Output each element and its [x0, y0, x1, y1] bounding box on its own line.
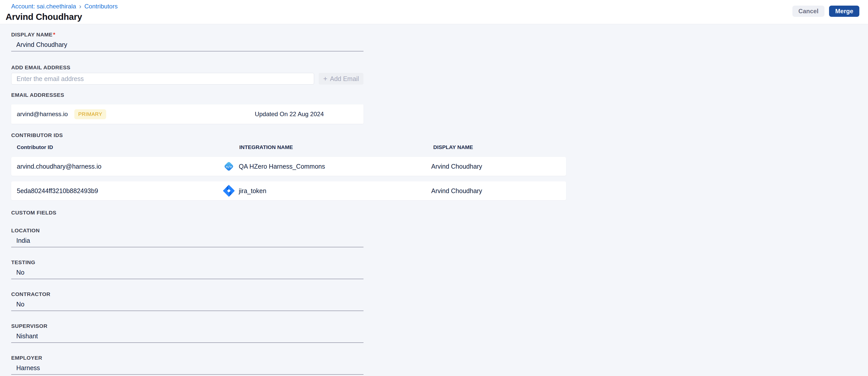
- header-actions: Cancel Merge: [793, 3, 859, 17]
- add-email-label: ADD EMAIL ADDRESS: [11, 65, 868, 70]
- merge-button[interactable]: Merge: [829, 6, 859, 17]
- contractor-input[interactable]: [11, 297, 364, 311]
- code-integration-icon: </>: [223, 161, 235, 172]
- supervisor-input[interactable]: [11, 329, 364, 343]
- testing-label: TESTING: [11, 260, 364, 265]
- custom-field-supervisor: SUPERVISOR: [11, 323, 364, 343]
- custom-field-employer: EMPLOYER: [11, 355, 364, 375]
- email-address-row: arvind@harness.io PRIMARY Updated On 22 …: [11, 105, 364, 124]
- location-label: LOCATION: [11, 228, 364, 233]
- column-header-integration-name: INTEGRATION NAME: [223, 144, 430, 150]
- employer-input[interactable]: [11, 361, 364, 375]
- add-email-button[interactable]: + Add Email: [319, 73, 364, 85]
- display-name-input[interactable]: [11, 37, 364, 52]
- cell-display-name: Arvind Choudhary: [430, 187, 566, 195]
- header-left: Account: sai.cheethirala › Contributors …: [6, 3, 118, 22]
- table-row: 5eda80244ff3210b882493b9: [11, 181, 566, 200]
- custom-field-location: LOCATION: [11, 228, 364, 248]
- cell-integration-name: </> QA HZero Harness_Commons: [223, 161, 430, 172]
- add-email-button-label: Add Email: [330, 75, 359, 83]
- display-name-field: DISPLAY NAME*: [11, 32, 364, 52]
- breadcrumb: Account: sai.cheethirala › Contributors: [11, 3, 118, 10]
- add-email-row: + Add Email: [11, 73, 868, 85]
- email-updated-on: Updated On 22 Aug 2024: [255, 111, 324, 118]
- supervisor-label: SUPERVISOR: [11, 323, 364, 329]
- jira-icon: [223, 185, 235, 197]
- location-input[interactable]: [11, 233, 364, 248]
- cell-display-name: Arvind Choudhary: [430, 163, 566, 170]
- email-address-input[interactable]: [11, 73, 314, 85]
- cancel-button[interactable]: Cancel: [793, 6, 825, 17]
- primary-badge: PRIMARY: [74, 109, 106, 119]
- email-addresses-label: EMAIL ADDRESSES: [11, 92, 868, 98]
- required-asterisk: *: [53, 31, 55, 38]
- page-title: Arvind Choudhary: [6, 12, 118, 22]
- plus-icon: +: [323, 75, 327, 82]
- testing-input[interactable]: [11, 265, 364, 279]
- breadcrumb-contributors-link[interactable]: Contributors: [84, 3, 118, 10]
- table-row: arvind.choudhary@harness.io </> QA HZero…: [11, 157, 566, 176]
- integration-name-text: jira_token: [239, 187, 266, 195]
- page-header: Account: sai.cheethirala › Contributors …: [0, 0, 868, 24]
- contractor-label: CONTRACTOR: [11, 291, 364, 297]
- integration-name-text: QA HZero Harness_Commons: [239, 163, 325, 170]
- employer-label: EMPLOYER: [11, 355, 364, 361]
- breadcrumb-chevron-icon: ›: [79, 3, 82, 10]
- email-value: arvind@harness.io: [17, 111, 68, 118]
- svg-text:</>: </>: [226, 165, 232, 169]
- custom-field-testing: TESTING: [11, 260, 364, 279]
- cell-contributor-id: arvind.choudhary@harness.io: [17, 163, 223, 170]
- custom-fields-label: CUSTOM FIELDS: [11, 210, 868, 215]
- contributor-ids-table-header: Contributor ID INTEGRATION NAME DISPLAY …: [11, 144, 566, 150]
- custom-field-contractor: CONTRACTOR: [11, 291, 364, 311]
- breadcrumb-account-link[interactable]: Account: sai.cheethirala: [11, 3, 76, 10]
- cell-integration-name: jira_token: [223, 185, 430, 197]
- cell-contributor-id: 5eda80244ff3210b882493b9: [17, 187, 223, 195]
- contributor-ids-table: Contributor ID INTEGRATION NAME DISPLAY …: [11, 144, 566, 200]
- display-name-label: DISPLAY NAME*: [11, 32, 364, 37]
- column-header-contributor-id: Contributor ID: [17, 144, 223, 150]
- contributor-ids-label: CONTRIBUTOR IDS: [11, 133, 868, 138]
- content-area: DISPLAY NAME* ADD EMAIL ADDRESS + Add Em…: [0, 24, 868, 375]
- column-header-display-name: DISPLAY NAME: [430, 144, 566, 150]
